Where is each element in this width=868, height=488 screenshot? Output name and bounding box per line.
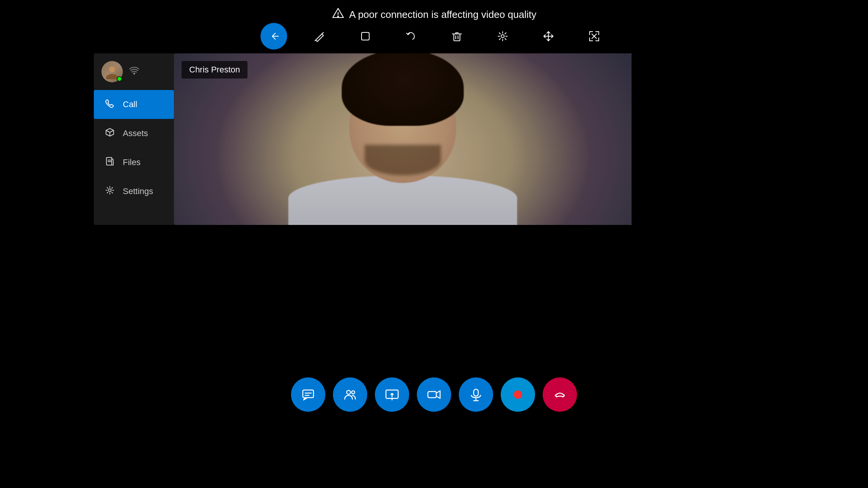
online-indicator	[117, 76, 122, 82]
avatar	[101, 61, 123, 82]
participant-name-tag: Chris Preston	[182, 61, 248, 79]
svg-line-4	[322, 32, 323, 34]
svg-rect-37	[474, 389, 478, 396]
signal-icon	[129, 65, 140, 78]
svg-point-11	[501, 35, 504, 38]
sidebar-item-assets[interactable]: Assets	[94, 119, 174, 148]
svg-line-41	[563, 395, 564, 397]
warning-icon	[332, 7, 345, 22]
video-button[interactable]	[417, 377, 451, 412]
cube-icon	[104, 127, 115, 140]
end-call-button[interactable]	[543, 377, 577, 412]
svg-point-18	[109, 66, 115, 72]
sidebar-label-call: Call	[123, 100, 137, 109]
sidebar: Call Assets	[94, 53, 174, 225]
annotate-button[interactable]	[306, 23, 333, 50]
svg-rect-36	[428, 392, 436, 398]
svg-line-5	[315, 40, 316, 41]
sidebar-item-call[interactable]: Call	[94, 90, 174, 119]
sidebar-header	[94, 53, 174, 90]
screen-share-button[interactable]	[375, 377, 409, 412]
expand-button[interactable]	[581, 23, 608, 50]
svg-line-21	[110, 130, 114, 132]
record-button[interactable]	[501, 377, 535, 412]
move-button[interactable]	[535, 23, 562, 50]
delete-button[interactable]	[444, 23, 470, 50]
svg-point-26	[109, 189, 111, 192]
svg-rect-6	[362, 32, 369, 40]
video-area: Chris Preston	[174, 53, 632, 225]
record-indicator	[514, 390, 522, 399]
bottom-controls	[291, 377, 577, 412]
top-toolbar	[260, 23, 608, 50]
warning-text: A poor connection is affecting video qua…	[349, 9, 537, 21]
sidebar-label-settings: Settings	[123, 186, 153, 196]
participant-name: Chris Preston	[189, 65, 240, 74]
mute-button[interactable]	[459, 377, 493, 412]
toolbar-settings-button[interactable]	[489, 23, 516, 50]
gear-icon	[104, 185, 115, 197]
back-button[interactable]	[260, 23, 287, 50]
sidebar-label-assets: Assets	[123, 128, 148, 138]
participants-button[interactable]	[333, 377, 367, 412]
chat-button[interactable]	[291, 377, 325, 412]
phone-icon	[104, 98, 115, 111]
file-icon	[104, 156, 115, 169]
svg-rect-27	[303, 390, 313, 398]
sidebar-item-files[interactable]: Files	[94, 148, 174, 177]
sidebar-item-settings[interactable]: Settings	[94, 177, 174, 206]
svg-point-2	[338, 16, 338, 17]
warning-bar: A poor connection is affecting video qua…	[332, 7, 537, 22]
undo-button[interactable]	[398, 23, 424, 50]
sidebar-label-files: Files	[123, 157, 140, 167]
svg-rect-7	[454, 34, 460, 41]
svg-line-40	[555, 395, 557, 397]
svg-point-19	[134, 73, 135, 74]
sidebar-nav: Call Assets	[94, 90, 174, 206]
stop-button[interactable]	[352, 23, 379, 50]
svg-point-30	[347, 390, 350, 394]
svg-point-31	[352, 391, 355, 394]
svg-line-22	[106, 130, 110, 132]
